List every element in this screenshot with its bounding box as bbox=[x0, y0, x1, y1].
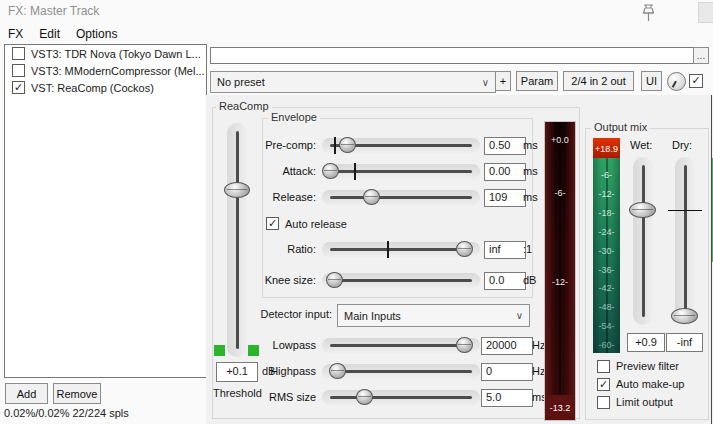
dry-slider-thumb[interactable] bbox=[671, 308, 698, 324]
attack-slider-thumb[interactable] bbox=[322, 163, 339, 179]
pin-icon[interactable] bbox=[640, 3, 657, 23]
wet-value[interactable]: +0.9 bbox=[627, 333, 665, 352]
precomp-slider-thumb[interactable] bbox=[339, 137, 356, 153]
ratio-label: Ratio: bbox=[222, 243, 316, 255]
fx-item-label: VST: ReaComp (Cockos) bbox=[31, 82, 154, 94]
param-button[interactable]: Param bbox=[516, 71, 558, 91]
fx-list[interactable]: VST3: TDR Nova (Tokyo Dawn L...VST3: MMo… bbox=[4, 44, 207, 378]
io-routing-button[interactable]: 2/4 in 2 out bbox=[563, 71, 634, 91]
menu-edit[interactable]: Edit bbox=[39, 27, 60, 41]
ratio-slider[interactable] bbox=[322, 242, 480, 257]
menu-options[interactable]: Options bbox=[76, 27, 117, 41]
wet-label: Wet: bbox=[630, 139, 652, 151]
wet-knob-icon[interactable] bbox=[667, 72, 686, 91]
knee-row: Knee size:0.0dB bbox=[222, 272, 567, 289]
remove-button[interactable]: Remove bbox=[53, 383, 101, 404]
lowpass-row: Lowpass20000Hz bbox=[222, 337, 567, 354]
plugin-name: ReaComp bbox=[216, 100, 272, 112]
attack-unit: ms bbox=[523, 165, 538, 177]
precomp-value[interactable]: 0.50 bbox=[484, 137, 526, 155]
precomp-row: Pre-comp:0.50ms bbox=[222, 137, 567, 154]
output-option-label: Preview filter bbox=[616, 360, 679, 372]
rms-value[interactable]: 5.0 bbox=[481, 389, 533, 407]
limit-output-checkbox[interactable] bbox=[597, 396, 610, 409]
rms-slider[interactable] bbox=[322, 390, 480, 405]
save-preset-button[interactable]: + bbox=[495, 71, 511, 91]
lowpass-slider-thumb[interactable] bbox=[456, 337, 473, 353]
knee-value[interactable]: 0.0 bbox=[484, 272, 526, 290]
output-meter-tick-label: -60- bbox=[593, 340, 620, 350]
fx-item-label: VST3: TDR Nova (Tokyo Dawn L... bbox=[31, 48, 201, 60]
knee-slider[interactable] bbox=[322, 273, 480, 288]
chevron-down-icon: ∨ bbox=[482, 77, 489, 88]
ratio-slider-thumb[interactable] bbox=[456, 241, 473, 257]
fx-enable-checkbox[interactable] bbox=[12, 47, 25, 60]
highpass-slider[interactable] bbox=[322, 364, 480, 379]
output-option-label: Limit output bbox=[616, 396, 673, 408]
output-meter-tick-label: -18- bbox=[593, 208, 620, 218]
fx-item-label: VST3: MModernCompressor (Mel... bbox=[31, 65, 205, 77]
output-peak-segment[interactable]: +18.9 bbox=[593, 138, 620, 158]
output-meter-tick-label: -48- bbox=[593, 302, 620, 312]
lowpass-slider[interactable] bbox=[322, 338, 480, 353]
attack-default-tick bbox=[354, 163, 356, 180]
release-value[interactable]: 109 bbox=[484, 189, 526, 207]
chevron-down-icon: ∨ bbox=[516, 310, 523, 321]
output-meter-tick-label: -12- bbox=[593, 189, 620, 199]
ui-toggle-button[interactable]: UI bbox=[641, 71, 662, 91]
output-meter-tick-label: -36- bbox=[593, 265, 620, 275]
release-slider[interactable] bbox=[322, 190, 480, 205]
knee-slider-thumb[interactable] bbox=[326, 272, 343, 288]
menu-fx[interactable]: FX bbox=[8, 27, 23, 41]
release-unit: ms bbox=[523, 191, 538, 203]
knee-unit: dB bbox=[523, 274, 536, 286]
dry-slider[interactable] bbox=[675, 157, 695, 325]
add-button[interactable]: Add bbox=[5, 383, 48, 404]
output-meter[interactable]: -6--12--18--24--30--36--42--48--54--60- bbox=[593, 158, 620, 353]
detector-input-label: Detector input: bbox=[222, 308, 332, 320]
preset-dropdown[interactable]: No preset ∨ bbox=[210, 71, 496, 93]
auto-make-up-checkbox[interactable]: ✓ bbox=[597, 378, 610, 391]
highpass-slider-thumb[interactable] bbox=[329, 363, 346, 379]
lowpass-value[interactable]: 20000 bbox=[481, 337, 533, 355]
output-meter-tick-label: -30- bbox=[593, 246, 620, 256]
cpu-status: 0.02%/0.02% 22/224 spls bbox=[4, 407, 129, 419]
browse-button[interactable]: ... bbox=[693, 47, 709, 64]
attack-value[interactable]: 0.00 bbox=[484, 163, 526, 181]
detector-input-value: Main Inputs bbox=[344, 310, 401, 322]
fx-list-item[interactable]: VST3: MModernCompressor (Mel... bbox=[5, 62, 206, 79]
fx-enable-checkbox[interactable] bbox=[12, 64, 25, 77]
preset-filter-input[interactable] bbox=[210, 47, 695, 64]
output-option-row: Preview filter bbox=[597, 359, 679, 373]
highpass-row: Highpass0Hz bbox=[222, 363, 567, 380]
attack-slider[interactable] bbox=[322, 164, 480, 179]
release-slider-thumb[interactable] bbox=[363, 189, 380, 205]
fx-enable-checkbox[interactable]: ✓ bbox=[12, 81, 25, 94]
fx-list-item[interactable]: ✓VST: ReaComp (Cockos) bbox=[5, 79, 206, 96]
highpass-label: Highpass bbox=[222, 365, 316, 377]
detector-input-dropdown[interactable]: Main Inputs ∨ bbox=[337, 304, 530, 327]
highpass-value[interactable]: 0 bbox=[481, 363, 533, 381]
auto-release-label: Auto release bbox=[285, 218, 347, 230]
ratio-default-tick bbox=[387, 241, 389, 258]
attack-label: Attack: bbox=[222, 165, 316, 177]
window-edge-button[interactable] bbox=[698, 2, 713, 23]
dry-value[interactable]: -inf bbox=[666, 333, 703, 352]
fx-enabled-checkbox[interactable]: ✓ bbox=[689, 74, 703, 88]
precomp-slider[interactable] bbox=[322, 138, 480, 153]
wet-slider-thumb[interactable] bbox=[629, 202, 656, 218]
gain-reduction-meter[interactable]: -13.2 +0.0-6--12- bbox=[544, 121, 576, 421]
auto-release-checkbox[interactable]: ✓ bbox=[266, 217, 279, 230]
ratio-value[interactable]: inf bbox=[484, 241, 526, 259]
gr-meter-tick-label: -6- bbox=[545, 188, 575, 198]
dry-default-marker bbox=[668, 210, 702, 212]
knee-label: Knee size: bbox=[222, 274, 316, 286]
wet-slider[interactable] bbox=[633, 157, 653, 325]
output-mix-title: Output mix bbox=[591, 121, 650, 133]
fx-list-item[interactable]: VST3: TDR Nova (Tokyo Dawn L... bbox=[5, 45, 206, 62]
threshold-slider[interactable] bbox=[227, 123, 247, 357]
output-option-row: Limit output bbox=[597, 395, 673, 409]
gr-meter-tick-label: -12- bbox=[545, 277, 575, 287]
preview-filter-checkbox[interactable] bbox=[597, 360, 610, 373]
rms-slider-thumb[interactable] bbox=[356, 389, 373, 405]
